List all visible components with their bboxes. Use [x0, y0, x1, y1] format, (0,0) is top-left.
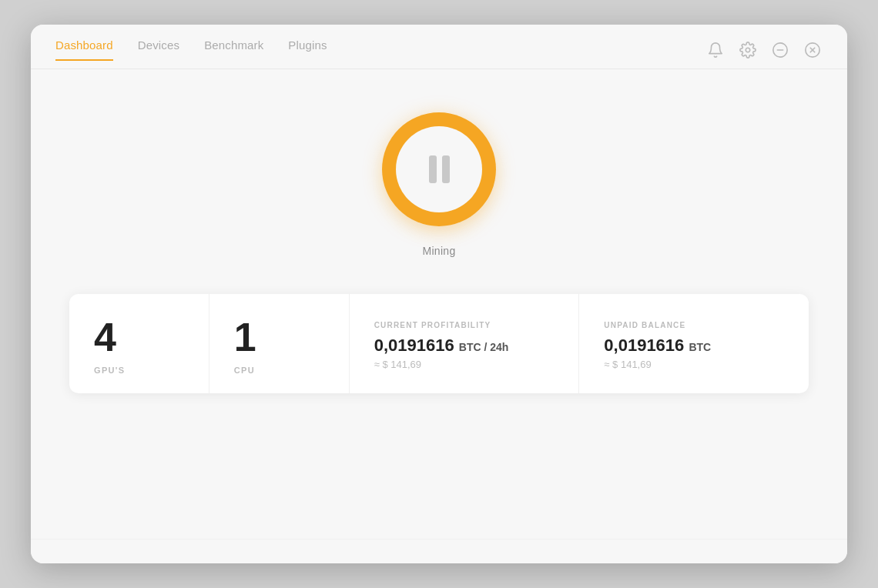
bottom-bar [31, 539, 847, 563]
pause-bar-left [429, 155, 437, 183]
profitability-unit: BTC / 24h [459, 341, 509, 353]
svg-point-0 [746, 48, 750, 52]
mining-label: Mining [423, 245, 456, 257]
gpu-count: 4 [94, 316, 116, 359]
nav-tabs: Dashboard Devices Benchmark Plugins [55, 38, 327, 61]
balance-unit: BTC [689, 341, 711, 353]
tab-dashboard[interactable]: Dashboard [55, 38, 113, 61]
app-window: Dashboard Devices Benchmark Plugins [31, 25, 847, 563]
cpu-count: 1 [234, 316, 256, 359]
mining-button[interactable] [377, 108, 501, 231]
balance-label: UNPAID BALANCE [604, 321, 685, 329]
pause-icon [429, 155, 450, 183]
title-bar: Dashboard Devices Benchmark Plugins [31, 25, 847, 61]
cpu-card: 1 CPU [209, 294, 350, 393]
profitability-value: 0,0191616 BTC / 24h [374, 336, 509, 356]
mining-section: Mining [377, 108, 501, 257]
gpu-label: GPU'S [94, 366, 125, 375]
gpu-card: 4 GPU'S [69, 294, 209, 393]
tab-devices[interactable]: Devices [138, 38, 179, 61]
profitability-label: CURRENT PROFITABILITY [374, 321, 491, 329]
mining-ring-inner [396, 126, 482, 212]
tab-benchmark[interactable]: Benchmark [204, 38, 263, 61]
balance-card: UNPAID BALANCE 0,0191616 BTC ≈ $ 141,69 [579, 294, 809, 393]
balance-usd: ≈ $ 141,69 [604, 359, 651, 370]
minimize-icon[interactable] [770, 40, 790, 60]
stats-section: 4 GPU'S 1 CPU CURRENT PROFITABILITY 0,01… [69, 294, 809, 393]
mining-ring [382, 112, 496, 226]
profitability-usd: ≈ $ 141,69 [374, 359, 421, 370]
pause-bar-right [442, 155, 450, 183]
notification-icon[interactable] [705, 40, 726, 60]
main-content: Mining 4 GPU'S 1 CPU CURRENT PROFITABILI… [31, 69, 847, 539]
window-controls [705, 40, 823, 60]
close-icon[interactable] [803, 40, 823, 60]
tab-plugins[interactable]: Plugins [288, 38, 327, 61]
profitability-card: CURRENT PROFITABILITY 0,0191616 BTC / 24… [350, 294, 580, 393]
settings-icon[interactable] [738, 40, 758, 60]
cpu-label: CPU [234, 366, 255, 375]
balance-value: 0,0191616 BTC [604, 336, 711, 356]
